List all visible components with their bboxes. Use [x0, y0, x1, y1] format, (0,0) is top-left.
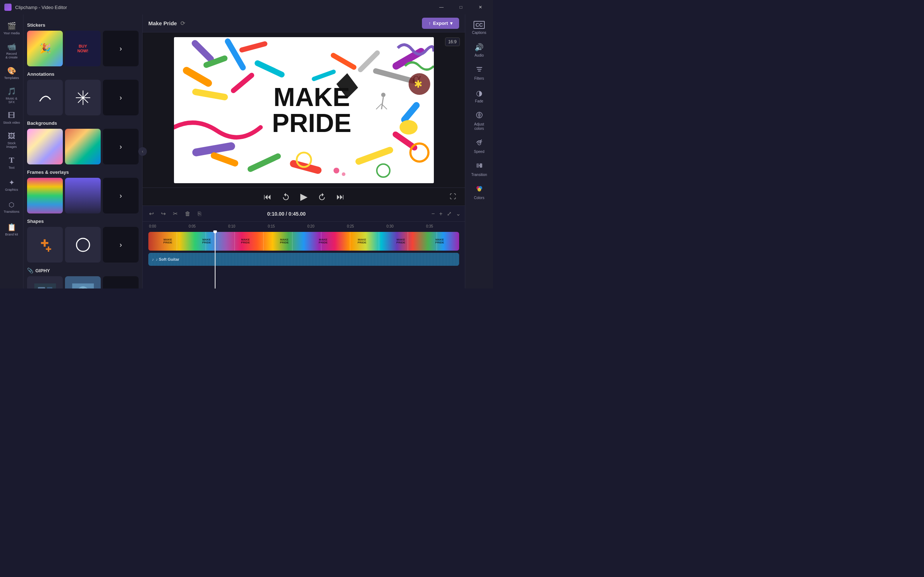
sidebar-item-text[interactable]: T Text: [1, 152, 22, 173]
timeline-playhead[interactable]: [215, 230, 215, 288]
audio-track[interactable]: ♪ ♪ Soft Guitar: [149, 253, 459, 266]
backgrounds-section-title: Backgrounds: [27, 121, 139, 126]
aspect-ratio-badge[interactable]: 16:9: [445, 37, 460, 46]
text-label: Text: [9, 166, 15, 170]
sidebar-item-transitions[interactable]: ⬡ Transitions: [1, 197, 22, 218]
skip-forward-button[interactable]: ⏭: [335, 191, 346, 203]
video-track[interactable]: MAKEPRIDE MAKEPRIDE MAKEPRIDE MAKEPRIDE …: [149, 232, 459, 251]
music-sfx-label: Music & SFX: [3, 97, 21, 104]
sticker-item-1[interactable]: 🎉: [27, 31, 63, 66]
frame-item-1[interactable]: [27, 178, 63, 213]
app-icon: [4, 3, 11, 11]
background-item-2[interactable]: [65, 129, 101, 164]
rewind-button[interactable]: [280, 191, 292, 203]
timeline-tracks: MAKEPRIDE MAKEPRIDE MAKEPRIDE MAKEPRIDE …: [142, 230, 465, 288]
maximize-button[interactable]: □: [452, 2, 469, 13]
ruler-mark-25: 0:25: [346, 224, 386, 228]
video-preview-area: 16:9: [142, 32, 465, 187]
delete-button[interactable]: 🗑: [183, 209, 193, 219]
svg-text:✚: ✚: [45, 245, 52, 253]
sidebar-item-your-media[interactable]: 🎬 Your media: [1, 18, 22, 39]
sidebar-item-templates[interactable]: 🎨 Templates: [1, 63, 22, 84]
ruler-mark-30: 0:30: [386, 224, 426, 228]
right-toolbar-transition[interactable]: Transition: [467, 158, 492, 181]
svg-rect-8: [38, 287, 45, 289]
sidebar-item-record-create[interactable]: 📹 Record& create: [1, 40, 22, 61]
captions-icon: CC: [473, 21, 485, 29]
sidebar-collapse-arrow[interactable]: ‹: [138, 147, 147, 156]
frame-item-2[interactable]: [65, 178, 101, 213]
skip-back-button[interactable]: ⏮: [262, 191, 273, 203]
sidebar-item-graphics[interactable]: ✦ Graphics: [1, 174, 22, 195]
background-more-button[interactable]: ›: [103, 129, 139, 164]
shape-item-1[interactable]: ✚ ✚: [27, 227, 63, 263]
record-create-icon: 📹: [7, 42, 16, 51]
transitions-label: Transitions: [3, 210, 19, 214]
filters-icon: [476, 66, 483, 75]
shape-item-2[interactable]: [65, 227, 101, 263]
annotation-more-button[interactable]: ›: [103, 80, 139, 115]
sidebar-item-music-sfx[interactable]: 🎵 Music & SFX: [1, 85, 22, 106]
timeline-collapse-button[interactable]: ⌄: [456, 210, 460, 217]
minimize-button[interactable]: —: [433, 2, 450, 13]
templates-label: Templates: [4, 76, 19, 80]
copy-button[interactable]: ⎘: [195, 209, 204, 219]
sidebar-item-stock-video[interactable]: 🎞 Stock video: [1, 108, 22, 128]
right-toolbar-fade[interactable]: ◑ Fade: [467, 85, 492, 107]
svg-rect-10: [47, 287, 52, 289]
zoom-out-button[interactable]: −: [430, 209, 436, 219]
play-button[interactable]: ▶: [299, 190, 309, 204]
shape-more-button[interactable]: ›: [103, 227, 139, 263]
fade-icon: ◑: [476, 89, 482, 97]
auto-save-icon[interactable]: ⟳: [181, 20, 185, 27]
sidebar-item-stock-images[interactable]: 🖼 Stock images: [1, 130, 22, 151]
forward-button[interactable]: [316, 191, 328, 203]
expand-button[interactable]: ⤢: [446, 209, 453, 219]
content-sidebar: Stickers 🎉 BUYNOW! › Annotations: [23, 15, 142, 288]
undo-button[interactable]: ↩: [147, 209, 156, 219]
right-toolbar-colors[interactable]: Colors: [467, 181, 492, 204]
background-item-1[interactable]: [27, 129, 63, 164]
frame-more-button[interactable]: ›: [103, 178, 139, 213]
stock-video-label: Stock video: [3, 121, 20, 125]
export-button[interactable]: ↑ Export ▾: [422, 18, 459, 29]
right-toolbar-captions[interactable]: CC Captions: [467, 17, 492, 39]
right-toolbar-audio[interactable]: 🔊 Audio: [467, 39, 492, 61]
top-toolbar: Make Pride ⟳ ↑ Export ▾: [142, 15, 465, 32]
giphy-item-2[interactable]: [65, 276, 101, 288]
shapes-grid: ✚ ✚ ›: [27, 227, 139, 263]
right-toolbar-adjust-colors[interactable]: Adjustcolors: [467, 108, 492, 134]
nav-sidebar: 🎬 Your media 📹 Record& create 🎨 Template…: [0, 15, 23, 288]
transition-icon: [476, 162, 483, 171]
ruler-mark-15: 0:15: [267, 224, 307, 228]
cut-button[interactable]: ✂: [171, 209, 180, 219]
redo-button[interactable]: ↪: [159, 209, 168, 219]
ruler-mark-5: 0:05: [188, 224, 228, 228]
graphics-label: Graphics: [5, 188, 18, 192]
adjust-colors-icon: [476, 111, 483, 121]
fullscreen-button[interactable]: ⛶: [448, 192, 458, 202]
giphy-item-1[interactable]: [27, 276, 63, 288]
audio-label-text: ♪ Soft Guitar: [156, 257, 179, 261]
zoom-in-button[interactable]: +: [438, 209, 444, 219]
close-button[interactable]: ✕: [472, 2, 489, 13]
make-pride-text: MAKEPRIDE: [272, 84, 351, 136]
svg-point-6: [76, 239, 89, 251]
sidebar-item-brand-kit[interactable]: 📋 Brand kit: [1, 219, 22, 240]
ruler-mark-0: 0:00: [149, 224, 188, 228]
giphy-more-button[interactable]: ›: [103, 276, 139, 288]
svg-point-45: [399, 120, 418, 134]
annotation-item-1[interactable]: [27, 80, 63, 115]
fade-label: Fade: [475, 99, 483, 103]
annotation-item-2[interactable]: [65, 80, 101, 115]
graphics-icon: ✦: [9, 178, 15, 187]
giphy-icon: 📎: [27, 268, 33, 273]
annotations-section-title: Annotations: [27, 71, 139, 77]
stock-images-label: Stock images: [3, 142, 21, 149]
brand-kit-label: Brand kit: [5, 233, 18, 237]
ruler-mark-20: 0:20: [307, 224, 347, 228]
right-toolbar-speed[interactable]: Speed: [467, 135, 492, 158]
sticker-item-2[interactable]: BUYNOW!: [65, 31, 101, 66]
sticker-more-button[interactable]: ›: [103, 31, 139, 66]
right-toolbar-filters[interactable]: Filters: [467, 62, 492, 84]
